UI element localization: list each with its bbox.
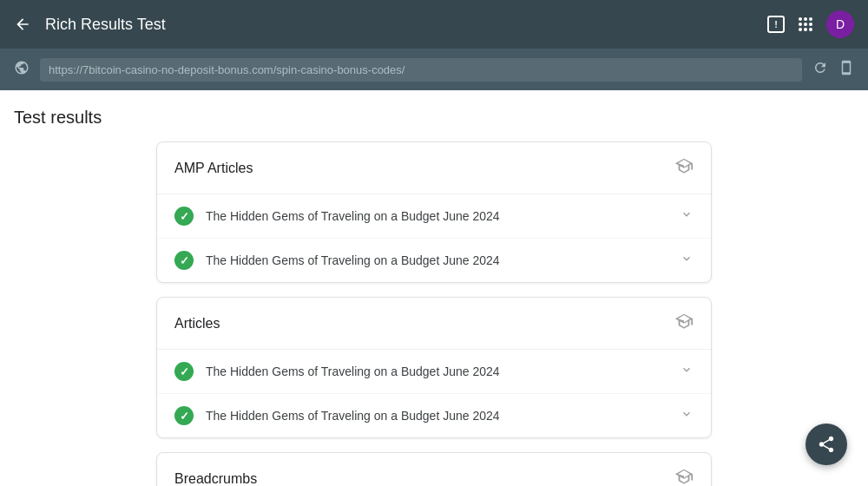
- app-title: Rich Results Test: [45, 16, 753, 34]
- articles-card: Articles The Hidden Gems of Traveling on…: [156, 297, 712, 438]
- amp-articles-schema-icon: [674, 156, 694, 180]
- globe-icon: [14, 60, 30, 80]
- app-header: Rich Results Test D: [0, 0, 868, 49]
- articles-schema-icon: [674, 312, 694, 335]
- feedback-button[interactable]: [767, 16, 785, 33]
- amp-articles-item-1-text: The Hidden Gems of Traveling on a Budget…: [206, 209, 680, 223]
- breadcrumbs-title: Breadcrumbs: [174, 471, 257, 487]
- header-actions: D: [767, 10, 854, 38]
- amp-articles-item-2-text: The Hidden Gems of Traveling on a Budget…: [206, 253, 680, 267]
- expand-chevron-icon: [680, 407, 694, 425]
- success-check-icon: [174, 362, 194, 381]
- url-input[interactable]: [40, 58, 802, 82]
- amp-articles-item-1[interactable]: The Hidden Gems of Traveling on a Budget…: [157, 194, 711, 239]
- breadcrumbs-card: Breadcrumbs Unnamed item: [156, 452, 712, 486]
- feedback-icon: [767, 16, 785, 33]
- articles-item-2[interactable]: The Hidden Gems of Traveling on a Budget…: [157, 394, 711, 437]
- amp-articles-title: AMP Articles: [174, 161, 253, 176]
- articles-title: Articles: [174, 316, 220, 332]
- amp-articles-card-header: AMP Articles: [157, 142, 711, 194]
- expand-chevron-icon: [680, 363, 694, 381]
- amp-articles-item-2[interactable]: The Hidden Gems of Traveling on a Budget…: [157, 239, 711, 282]
- apps-button[interactable]: [799, 17, 812, 31]
- articles-item-2-text: The Hidden Gems of Traveling on a Budget…: [206, 409, 680, 423]
- expand-chevron-icon: [680, 207, 694, 226]
- share-fab[interactable]: [806, 424, 847, 465]
- url-bar: [0, 49, 868, 90]
- back-button[interactable]: [14, 16, 31, 33]
- articles-card-header: Articles: [157, 298, 711, 350]
- breadcrumbs-schema-icon: [674, 467, 694, 486]
- refresh-button[interactable]: [812, 60, 828, 80]
- success-check-icon: [174, 406, 194, 425]
- expand-chevron-icon: [680, 252, 694, 270]
- results-cards: AMP Articles The Hidden Gems of Travelin…: [0, 141, 868, 486]
- articles-item-1[interactable]: The Hidden Gems of Traveling on a Budget…: [157, 350, 711, 394]
- page-title: Test results: [0, 108, 868, 141]
- apps-grid-icon: [799, 17, 812, 31]
- amp-articles-card: AMP Articles The Hidden Gems of Travelin…: [156, 141, 712, 283]
- url-action-buttons: [812, 60, 854, 80]
- mobile-view-button[interactable]: [838, 60, 854, 80]
- user-avatar[interactable]: D: [826, 10, 854, 38]
- main-content: Test results AMP Articles The Hidden Gem…: [0, 90, 868, 486]
- articles-item-1-text: The Hidden Gems of Traveling on a Budget…: [206, 364, 680, 378]
- success-check-icon: [174, 207, 194, 226]
- success-check-icon: [174, 251, 194, 270]
- breadcrumbs-card-header: Breadcrumbs: [157, 453, 711, 486]
